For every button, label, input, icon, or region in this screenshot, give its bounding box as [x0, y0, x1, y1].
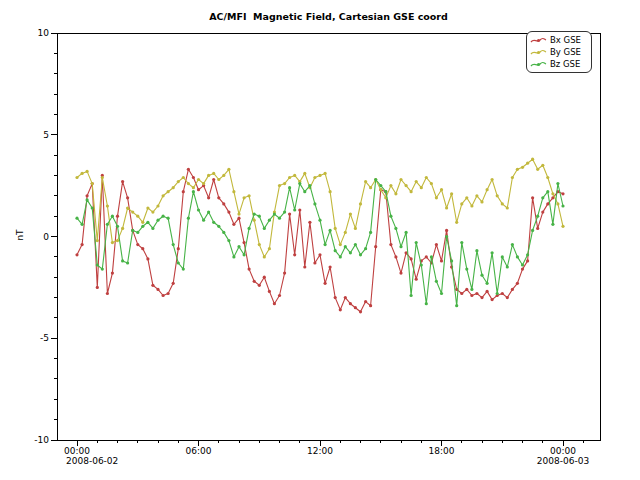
tick-labels: 1050-5-1000:002008-06-0206:0012:0018:000… [34, 28, 589, 466]
svg-text:2008-06-03: 2008-06-03 [537, 456, 589, 466]
chart-title: AC/MFI Magnetic Field, Cartesian GSE coo… [57, 11, 600, 22]
legend-label-by: By GSE [550, 48, 581, 57]
y-axis-label: nT [15, 229, 25, 240]
svg-text:0: 0 [43, 232, 49, 242]
series-bx-gse [75, 168, 564, 314]
svg-text:06:00: 06:00 [186, 446, 212, 456]
series-by-gse [75, 158, 564, 259]
svg-text:12:00: 12:00 [307, 446, 333, 456]
svg-text:00:00: 00:00 [550, 446, 576, 456]
svg-text:18:00: 18:00 [429, 446, 455, 456]
svg-text:00:00: 00:00 [64, 446, 90, 456]
legend-label-bz: Bz GSE [550, 60, 580, 69]
svg-text:2008-06-02: 2008-06-02 [66, 456, 118, 466]
figure: 1050-5-1000:002008-06-0206:0012:0018:000… [0, 0, 640, 480]
legend-label-bx: Bx GSE [550, 36, 581, 45]
svg-text:10: 10 [38, 28, 50, 38]
svg-text:5: 5 [43, 130, 49, 140]
axes [51, 33, 600, 446]
legend-item-bz: Bz GSE [530, 59, 588, 70]
bz-line-sample-icon [530, 60, 547, 69]
data-series [75, 158, 564, 314]
svg-text:-10: -10 [34, 435, 49, 445]
series-bz-gse [75, 178, 564, 307]
svg-text:-5: -5 [40, 333, 49, 343]
legend-box: Bx GSE By GSE Bz GSE [526, 31, 592, 73]
legend-item-bx: Bx GSE [530, 35, 588, 46]
by-line-sample-icon [530, 48, 547, 57]
legend-item-by: By GSE [530, 47, 588, 58]
bx-line-sample-icon [530, 36, 547, 45]
